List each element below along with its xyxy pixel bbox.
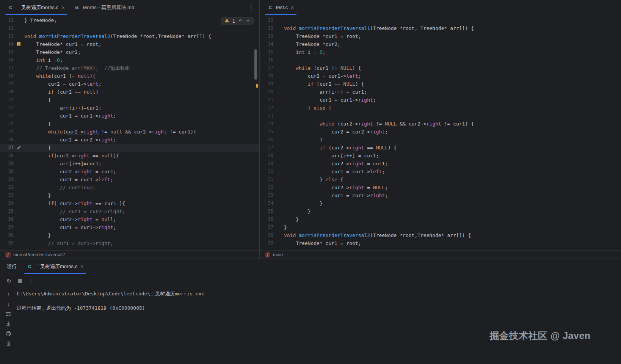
code-line[interactable]: 11 (260, 16, 621, 24)
code-line[interactable]: 15 TreeNode* cur2; (0, 48, 259, 56)
scrollbar-thumb[interactable] (254, 49, 257, 80)
code-line[interactable]: 31 } else { (260, 176, 621, 184)
code-line[interactable]: 25 while(cur2->right != null && cur2->ri… (0, 128, 259, 136)
run-tab-morris-c[interactable]: C 二叉树遍历morris.c × (22, 259, 88, 274)
line-number[interactable]: 30 (260, 168, 273, 176)
code-line[interactable]: 19 if (cur2 == NULL) { (260, 80, 621, 88)
code-line[interactable]: 16 (260, 56, 621, 64)
code-line[interactable]: 35 // cur1 = cur2->right; (0, 207, 259, 215)
code-line[interactable]: 30 cur2->right = cur1; (0, 168, 259, 176)
code-line[interactable]: 13void morrisPreorderTraversal2(TreeNode… (0, 32, 259, 40)
code-line[interactable]: 15 int i = 0; (260, 48, 621, 56)
breadcrumb-function-name[interactable]: morrisPreorderTraversal2 (13, 252, 65, 257)
code-line[interactable]: 38 } (0, 231, 259, 239)
line-number[interactable]: 27 (0, 144, 14, 152)
code-line[interactable]: 20 arr[i++] = cur1; (260, 88, 621, 96)
close-icon[interactable]: × (290, 5, 294, 10)
line-number[interactable]: 37 (0, 223, 14, 231)
code-line[interactable]: 17 while (cur1 != NULL) { (260, 64, 621, 72)
line-number[interactable]: 25 (260, 128, 273, 136)
chevron-down-icon[interactable] (246, 18, 250, 24)
code-line[interactable]: 27 } (0, 144, 259, 152)
code-line[interactable]: 16 int i =0; (0, 56, 259, 64)
inspection-widget[interactable]: 1 (221, 17, 254, 25)
close-icon[interactable]: × (80, 264, 84, 269)
line-number[interactable]: 35 (0, 207, 14, 215)
code-line[interactable]: 22 } else { (260, 104, 621, 112)
code-line[interactable]: 37 cur1 = cur1->right; (0, 223, 259, 231)
line-number[interactable]: 14 (260, 40, 273, 48)
code-line[interactable]: 26 cur2 = cur2->right; (0, 136, 259, 144)
code-line[interactable]: 32 cur2->right = NULL; (260, 184, 621, 191)
code-line[interactable]: 21 { (0, 96, 259, 104)
code-editor-right[interactable]: 1112void morrisPreorderTraversal1(TreeNo… (260, 15, 621, 250)
code-line[interactable]: 12void morrisPreorderTraversal1(TreeNode… (260, 24, 621, 32)
line-number[interactable]: 38 (260, 231, 273, 239)
line-number[interactable]: 31 (0, 176, 14, 184)
print-button[interactable] (5, 330, 11, 337)
line-number[interactable]: 32 (260, 184, 273, 191)
line-number[interactable]: 16 (260, 56, 273, 64)
code-line[interactable]: 14 TreeNode *cur2; (260, 40, 621, 48)
line-number[interactable]: 36 (0, 215, 14, 223)
scroll-to-end-button[interactable] (5, 320, 11, 327)
line-number[interactable]: 26 (0, 136, 14, 144)
code-line[interactable]: 20 if (cur2 == null) (0, 88, 259, 96)
code-line[interactable]: 23 (260, 112, 621, 120)
edit-pen-icon[interactable] (14, 144, 24, 152)
code-line[interactable]: 18 while(cur1 != null){ (0, 72, 259, 80)
line-number[interactable]: 29 (260, 160, 273, 168)
bookmark-icon[interactable] (14, 40, 24, 48)
code-line[interactable]: 38void morrisPreorderTraversal2(TreeNode… (260, 231, 621, 239)
line-number[interactable]: 34 (0, 199, 14, 207)
code-line[interactable]: 37} (260, 223, 621, 231)
line-number[interactable]: 22 (0, 104, 14, 112)
code-line[interactable]: 39 // cur1 = cur1->right; (0, 239, 259, 247)
code-line[interactable]: 22 arr[i++]=cur1; (0, 104, 259, 112)
editor-options-kebab-icon[interactable]: ⋮ (243, 0, 259, 15)
line-number[interactable]: 13 (0, 32, 14, 40)
code-line[interactable]: 27 if (cur2->right == NULL) { (260, 144, 621, 152)
line-number[interactable]: 17 (260, 64, 273, 72)
code-line[interactable]: 35 } (260, 207, 621, 215)
line-number[interactable]: 27 (260, 144, 273, 152)
rerun-button[interactable]: ↻ (6, 278, 11, 284)
tab-binary-tree-morris-c[interactable]: C 二叉树遍历morris.c × (3, 0, 69, 15)
line-number[interactable]: 39 (0, 239, 14, 247)
clear-all-button[interactable] (5, 340, 11, 347)
line-number[interactable]: 24 (260, 120, 273, 128)
line-number[interactable]: 15 (0, 48, 14, 56)
tab-morris-md[interactable]: M↓ Morris---莫里斯算法.md (69, 0, 139, 15)
warning-stripe-mark[interactable] (256, 84, 258, 88)
line-number[interactable]: 19 (0, 80, 14, 88)
code-line[interactable]: 24 } (0, 120, 259, 128)
line-number[interactable]: 11 (0, 16, 14, 24)
code-line[interactable]: 17 // TreeNode arr[MAX]; //输出数组 (0, 64, 259, 72)
code-line[interactable]: 39 TreeNode* cur1 = root; (260, 239, 621, 247)
code-line[interactable]: 12 (0, 24, 259, 32)
line-number[interactable]: 37 (260, 223, 273, 231)
line-number[interactable]: 31 (260, 176, 273, 184)
line-number[interactable]: 25 (0, 128, 14, 136)
line-number[interactable]: 33 (260, 191, 273, 199)
line-number[interactable]: 20 (0, 88, 14, 96)
run-options-kebab-icon[interactable]: ⋮ (28, 278, 34, 284)
line-number[interactable]: 23 (260, 112, 273, 120)
code-line[interactable]: 25 cur2 = cur2->right; (260, 128, 621, 136)
code-line[interactable]: 18 cur2 = cur1->left; (260, 72, 621, 80)
code-line[interactable]: 30 cur1 = cur1->left; (260, 168, 621, 176)
code-line[interactable]: 28 arr[i++] = cur1; (260, 152, 621, 160)
tab-test-c[interactable]: C test.c × (263, 0, 299, 15)
soft-wrap-button[interactable] (5, 311, 11, 317)
code-line[interactable]: 36 } (260, 215, 621, 223)
code-line[interactable]: 29 cur2->right = cur1; (260, 160, 621, 168)
code-line[interactable]: 33 } (0, 191, 259, 199)
code-line[interactable]: 14 TreeNode* cur1 = root; (0, 40, 259, 48)
line-number[interactable]: 26 (260, 136, 273, 144)
line-number[interactable]: 18 (260, 72, 273, 80)
breadcrumb-function-name[interactable]: main (273, 252, 283, 257)
code-line[interactable]: 19 cur2 = cur1->left; (0, 80, 259, 88)
code-line[interactable]: 34 if( cur2->right == cur1 ){ (0, 199, 259, 207)
down-arrow-button[interactable]: ↓ (7, 301, 10, 307)
line-number[interactable]: 24 (0, 120, 14, 128)
